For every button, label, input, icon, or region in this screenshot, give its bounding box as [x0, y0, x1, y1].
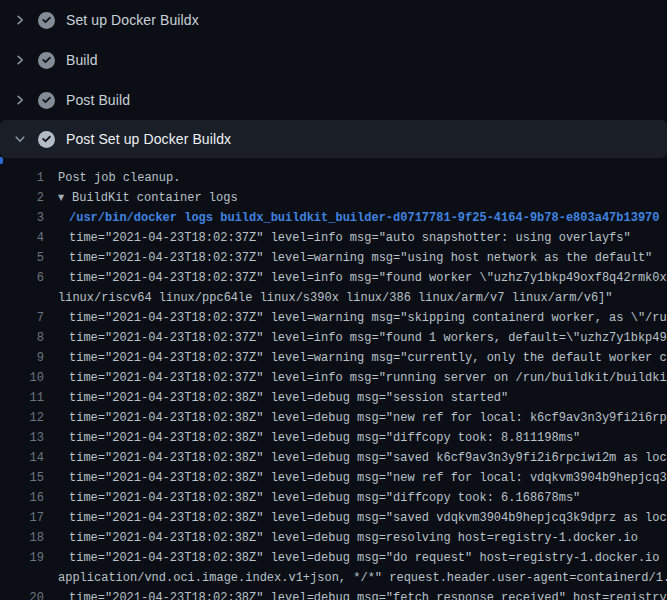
- step-header-build[interactable]: Build: [0, 40, 667, 80]
- line-number-link[interactable]: 1: [0, 168, 44, 188]
- line-number-link[interactable]: 20: [0, 588, 44, 600]
- log-text: time="2021-04-23T18:02:38Z" level=debug …: [69, 451, 667, 465]
- line-number-link[interactable]: 14: [0, 448, 44, 468]
- log-line-content: ▼time="2021-04-23T18:02:38Z" level=debug…: [69, 488, 580, 508]
- log-line: 5 ▼time="2021-04-23T18:02:37Z" level=war…: [0, 248, 667, 268]
- step-label: Set up Docker Buildx: [66, 12, 199, 28]
- log-line-content: ▼time="2021-04-23T18:02:38Z" level=debug…: [69, 448, 667, 468]
- log-line: 13 ▼time="2021-04-23T18:02:38Z" level=de…: [0, 428, 667, 448]
- check-circle-icon: [38, 92, 55, 109]
- line-number-link[interactable]: 7: [0, 308, 44, 328]
- check-circle-icon: [38, 12, 55, 29]
- log-line: 11 ▼time="2021-04-23T18:02:38Z" level=de…: [0, 388, 667, 408]
- chevron-down-icon: [12, 131, 28, 147]
- log-line: 3 ▼/usr/bin/docker logs buildx_buildkit_…: [0, 208, 667, 228]
- line-number-link[interactable]: 17: [0, 508, 44, 528]
- log-line: 16 ▼time="2021-04-23T18:02:38Z" level=de…: [0, 488, 667, 508]
- step-header-post-set-up-docker-buildx[interactable]: Post Set up Docker Buildx: [0, 120, 667, 158]
- log-line: 8 ▼time="2021-04-23T18:02:37Z" level=inf…: [0, 328, 667, 348]
- log-line: 10 ▼time="2021-04-23T18:02:37Z" level=in…: [0, 368, 667, 388]
- log-line-content: ▼/usr/bin/docker logs buildx_buildkit_bu…: [69, 208, 660, 228]
- line-number-link[interactable]: 4: [0, 228, 44, 248]
- line-number-link[interactable]: 5: [0, 248, 44, 268]
- log-line-content: ▼time="2021-04-23T18:02:37Z" level=warni…: [69, 308, 667, 328]
- log-text: time="2021-04-23T18:02:38Z" level=debug …: [69, 411, 667, 425]
- line-number-link[interactable]: 15: [0, 468, 44, 488]
- line-number-link[interactable]: 9: [0, 348, 44, 368]
- log-line: 17 ▼time="2021-04-23T18:02:38Z" level=de…: [0, 508, 667, 528]
- line-number-link[interactable]: [0, 568, 44, 588]
- log-line-content: ▼time="2021-04-23T18:02:37Z" level=warni…: [69, 348, 667, 368]
- line-number-link[interactable]: 2: [0, 188, 44, 208]
- log-line: 4 ▼time="2021-04-23T18:02:37Z" level=inf…: [0, 228, 667, 248]
- log-line-content: ▼time="2021-04-23T18:02:37Z" level=info …: [69, 268, 667, 288]
- log-text: application/vnd.oci.image.index.v1+json,…: [58, 571, 667, 585]
- focus-accent-marker: [0, 157, 3, 164]
- log-line-content: ▼linux/riscv64 linux/ppc64le linux/s390x…: [58, 288, 613, 308]
- line-number-link[interactable]: 13: [0, 428, 44, 448]
- line-number-link[interactable]: [0, 288, 44, 308]
- chevron-right-icon: [12, 12, 28, 28]
- log-line: 1 ▼Post job cleanup.: [0, 168, 667, 188]
- log-text: time="2021-04-23T18:02:37Z" level=warnin…: [69, 351, 667, 365]
- log-text: time="2021-04-23T18:02:37Z" level=info m…: [69, 271, 667, 285]
- log-text: time="2021-04-23T18:02:37Z" level=info m…: [69, 371, 667, 385]
- log-text: time="2021-04-23T18:02:38Z" level=debug …: [69, 491, 580, 505]
- line-number-link[interactable]: 18: [0, 528, 44, 548]
- log-line-content: ▼time="2021-04-23T18:02:37Z" level=info …: [69, 368, 667, 388]
- log-text: time="2021-04-23T18:02:37Z" level=info m…: [69, 231, 631, 245]
- group-caret-icon[interactable]: ▼: [58, 188, 72, 208]
- log-line-content: ▼time="2021-04-23T18:02:38Z" level=debug…: [69, 528, 638, 548]
- log-text[interactable]: BuildKit container logs: [72, 191, 238, 205]
- steps-list: Set up Docker Buildx Build P: [0, 0, 667, 158]
- log-text: time="2021-04-23T18:02:38Z" level=debug …: [69, 391, 508, 405]
- log-line: 2 ▼BuildKit container logs: [0, 188, 667, 208]
- log-line: ▼linux/riscv64 linux/ppc64le linux/s390x…: [0, 288, 667, 308]
- check-circle-icon: [38, 52, 55, 69]
- log-line-content: ▼time="2021-04-23T18:02:38Z" level=debug…: [69, 388, 508, 408]
- log-line-content: ▼time="2021-04-23T18:02:38Z" level=debug…: [69, 548, 667, 568]
- log-text: time="2021-04-23T18:02:38Z" level=debug …: [69, 551, 667, 565]
- step-header-post-build[interactable]: Post Build: [0, 80, 667, 120]
- log-text: time="2021-04-23T18:02:38Z" level=debug …: [69, 531, 638, 545]
- chevron-right-icon: [12, 52, 28, 68]
- log-text: time="2021-04-23T18:02:38Z" level=debug …: [69, 591, 667, 600]
- step-label: Build: [66, 52, 98, 68]
- log-line-content: ▼time="2021-04-23T18:02:37Z" level=info …: [69, 228, 631, 248]
- log-lines[interactable]: 1 ▼Post job cleanup. 2 ▼BuildKit contain…: [0, 158, 667, 600]
- log-text: time="2021-04-23T18:02:37Z" level=warnin…: [69, 311, 667, 325]
- log-text: time="2021-04-23T18:02:37Z" level=warnin…: [69, 251, 652, 265]
- log-line-content: ▼Post job cleanup.: [58, 168, 180, 188]
- step-label: Post Set up Docker Buildx: [66, 131, 231, 147]
- log-line: 15 ▼time="2021-04-23T18:02:38Z" level=de…: [0, 468, 667, 488]
- log-line-content: ▼time="2021-04-23T18:02:38Z" level=debug…: [69, 468, 667, 488]
- line-number-link[interactable]: 6: [0, 268, 44, 288]
- step-header-set-up-docker-buildx[interactable]: Set up Docker Buildx: [0, 0, 667, 40]
- log-line-content: ▼time="2021-04-23T18:02:37Z" level=info …: [69, 328, 667, 348]
- log-text: Post job cleanup.: [58, 171, 180, 185]
- log-text: time="2021-04-23T18:02:37Z" level=info m…: [69, 331, 667, 345]
- line-number-link[interactable]: 16: [0, 488, 44, 508]
- check-circle-icon: [38, 131, 55, 148]
- log-line-content: ▼time="2021-04-23T18:02:38Z" level=debug…: [69, 588, 667, 600]
- log-line: 18 ▼time="2021-04-23T18:02:38Z" level=de…: [0, 528, 667, 548]
- actions-log-panel: Set up Docker Buildx Build P: [0, 0, 667, 600]
- step-label: Post Build: [66, 92, 130, 108]
- log-line: 19 ▼time="2021-04-23T18:02:38Z" level=de…: [0, 548, 667, 568]
- log-line-content: ▼time="2021-04-23T18:02:38Z" level=debug…: [69, 408, 667, 428]
- log-line: 7 ▼time="2021-04-23T18:02:37Z" level=war…: [0, 308, 667, 328]
- line-number-link[interactable]: 10: [0, 368, 44, 388]
- line-number-link[interactable]: 19: [0, 548, 44, 568]
- chevron-right-icon: [12, 92, 28, 108]
- log-text: linux/riscv64 linux/ppc64le linux/s390x …: [58, 291, 613, 305]
- log-line: 14 ▼time="2021-04-23T18:02:38Z" level=de…: [0, 448, 667, 468]
- line-number-link[interactable]: 11: [0, 388, 44, 408]
- line-number-link[interactable]: 3: [0, 208, 44, 228]
- line-number-link[interactable]: 8: [0, 328, 44, 348]
- log-line-content: ▼application/vnd.oci.image.index.v1+json…: [58, 568, 667, 588]
- log-text: time="2021-04-23T18:02:38Z" level=debug …: [69, 431, 580, 445]
- log-text: time="2021-04-23T18:02:38Z" level=debug …: [69, 511, 667, 525]
- log-line-content: ▼time="2021-04-23T18:02:38Z" level=debug…: [69, 428, 580, 448]
- line-number-link[interactable]: 12: [0, 408, 44, 428]
- log-text: /usr/bin/docker logs buildx_buildkit_bui…: [69, 211, 660, 225]
